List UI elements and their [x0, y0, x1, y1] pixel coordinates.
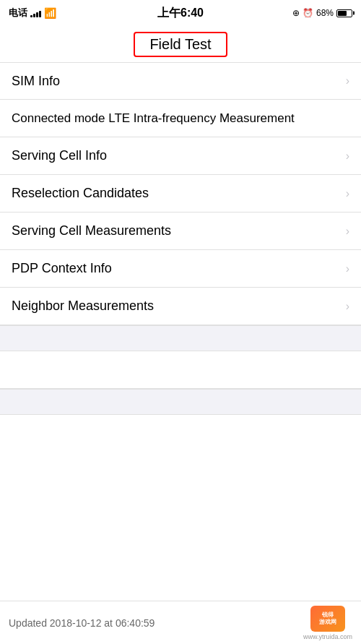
section-gap-1: [0, 325, 361, 351]
list-item-serving-cell-info[interactable]: Serving Cell Info ›: [0, 137, 361, 175]
pdp-context-info-label: PDP Context Info: [12, 261, 346, 276]
chevron-icon: ›: [346, 262, 349, 275]
nav-bar: Field Test: [0, 26, 361, 62]
status-right: ⊕ ⏰ 68%: [292, 8, 352, 18]
list-item-serving-cell-measurements[interactable]: Serving Cell Measurements ›: [0, 212, 361, 250]
serving-cell-info-label: Serving Cell Info: [12, 148, 346, 163]
neighbor-measurements-label: Neighbor Measurements: [12, 299, 346, 314]
chevron-icon: ›: [346, 74, 349, 87]
footer: Updated 2018-10-12 at 06:40:59 锐得游戏网 www…: [0, 601, 361, 644]
list-item-empty-2: [0, 415, 361, 452]
signal-bars-icon: [30, 9, 41, 17]
footer-logo-text: 锐得游戏网: [319, 611, 336, 625]
list-item-connected-mode[interactable]: Connected mode LTE Intra-frequency Measu…: [0, 100, 361, 137]
status-bar: 电话 📶 上午6:40 ⊕ ⏰ 68%: [0, 0, 361, 26]
screen-rotation-icon: ⊕: [292, 8, 300, 18]
list-item-empty-1: [0, 351, 361, 389]
footer-logo-url: www.ytruida.com: [303, 633, 352, 640]
chevron-icon: ›: [346, 187, 349, 200]
wifi-icon: 📶: [44, 7, 56, 19]
status-left: 电话 📶: [9, 7, 56, 20]
reselection-candidates-label: Reselection Candidates: [12, 186, 346, 201]
carrier-label: 电话: [9, 7, 27, 20]
footer-logo-box: 锐得游戏网: [310, 606, 345, 632]
list-item-reselection-candidates[interactable]: Reselection Candidates ›: [0, 175, 361, 212]
status-time: 上午6:40: [157, 6, 204, 21]
sim-info-label: SIM Info: [12, 74, 346, 89]
chevron-icon: ›: [346, 150, 349, 163]
alarm-icon: ⏰: [303, 8, 313, 18]
footer-updated-text: Updated 2018-10-12 at 06:40:59: [9, 617, 155, 629]
serving-cell-measurements-label: Serving Cell Measurements: [12, 223, 346, 239]
page-title: Field Test: [149, 36, 211, 52]
chevron-icon: ›: [346, 225, 349, 238]
list-item-sim-info[interactable]: SIM Info ›: [0, 62, 361, 100]
battery-percent: 68%: [316, 8, 334, 18]
section-gap-2: [0, 389, 361, 415]
nav-title-box: Field Test: [134, 32, 227, 57]
signal-bar-4: [39, 11, 41, 17]
chevron-icon: ›: [346, 300, 349, 313]
list-item-pdp-context-info[interactable]: PDP Context Info ›: [0, 250, 361, 288]
menu-list: SIM Info › Connected mode LTE Intra-freq…: [0, 62, 361, 452]
footer-logo: 锐得游戏网 www.ytruida.com: [303, 606, 352, 640]
signal-bar-2: [33, 14, 35, 17]
signal-bar-3: [36, 12, 38, 17]
battery-icon: [336, 9, 352, 17]
list-item-neighbor-measurements[interactable]: Neighbor Measurements ›: [0, 288, 361, 325]
signal-bar-1: [30, 15, 32, 17]
connected-mode-label: Connected mode LTE Intra-frequency Measu…: [12, 111, 349, 126]
